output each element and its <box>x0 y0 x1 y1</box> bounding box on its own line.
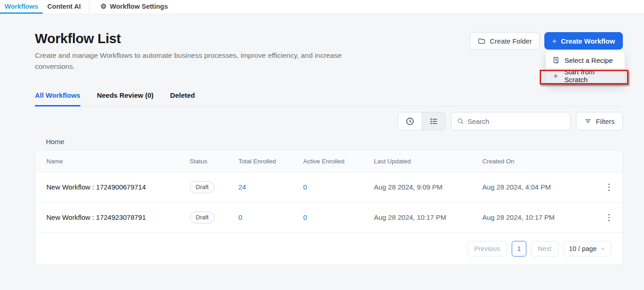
menu-item-start-from-scratch[interactable]: + Start from Scratch <box>546 68 625 84</box>
list-view-button[interactable] <box>422 112 445 130</box>
header-buttons: Create Folder + Create Workflow <box>470 32 623 50</box>
last-updated-value: Aug 28 2024, 10:17 PM <box>374 213 482 221</box>
column-header-name: Name <box>46 158 190 165</box>
filters-button[interactable]: Filters <box>576 112 623 130</box>
create-workflow-button[interactable]: + Create Workflow <box>544 32 623 50</box>
breadcrumb[interactable]: Home <box>46 138 623 145</box>
workflow-tabs: All Workflows Needs Review (0) Deleted <box>35 91 623 106</box>
workflow-table: Name Status Total Enrolled Active Enroll… <box>35 150 623 265</box>
nav-item-label: Content AI <box>47 3 81 10</box>
table-row[interactable]: New Workflow : 1724923078791 Draft 0 0 A… <box>35 202 622 233</box>
nav-item-workflow-settings[interactable]: ⚙ Workflow Settings <box>96 0 173 14</box>
menu-item-label: Start from Scratch <box>565 68 618 84</box>
page-header: Workflow List Create and manage Workflow… <box>35 31 623 72</box>
tab-all-workflows[interactable]: All Workflows <box>35 91 80 106</box>
last-updated-value: Aug 28 2024, 9:09 PM <box>374 183 482 191</box>
plus-icon: + <box>552 37 557 45</box>
pagination: Previous 1 Next 10 / page <box>35 233 622 265</box>
create-folder-label: Create Folder <box>490 37 532 45</box>
table-header: Name Status Total Enrolled Active Enroll… <box>35 151 622 172</box>
page-description: Create and manage Workflows to automate … <box>35 50 377 72</box>
folder-icon <box>478 37 486 45</box>
workflow-name[interactable]: New Workflow : 1724923078791 <box>46 213 190 221</box>
status-badge: Draft <box>190 212 215 223</box>
filters-label: Filters <box>596 117 615 125</box>
page-title: Workflow List <box>35 31 377 46</box>
view-toggle <box>398 112 446 130</box>
clock-icon <box>406 117 414 126</box>
menu-item-select-a-recipe[interactable]: Select a Recipe <box>546 52 625 68</box>
recipe-icon <box>552 56 559 64</box>
nav-item-workflows[interactable]: Workflows <box>0 0 43 14</box>
menu-item-label: Select a Recipe <box>565 56 613 64</box>
page-size-label: 10 / page <box>569 245 597 252</box>
column-header-last-updated: Last Updated <box>374 158 482 165</box>
created-on-value: Aug 28 2024, 10:17 PM <box>482 213 596 221</box>
table-row[interactable]: New Workflow : 1724900679714 Draft 24 0 … <box>35 172 622 202</box>
column-header-total-enrolled: Total Enrolled <box>238 158 303 165</box>
tab-needs-review[interactable]: Needs Review (0) <box>97 91 153 106</box>
search-icon <box>457 117 463 125</box>
page-header-text: Workflow List Create and manage Workflow… <box>35 31 377 72</box>
recent-view-button[interactable] <box>398 112 422 130</box>
list-icon <box>429 117 438 126</box>
column-header-active-enrolled: Active Enrolled <box>303 158 374 165</box>
row-actions-kebab-icon[interactable]: ⋮ <box>596 183 622 191</box>
total-enrolled-link[interactable]: 24 <box>238 183 303 191</box>
create-workflow-label: Create Workflow <box>561 37 615 45</box>
created-on-value: Aug 28 2024, 4:04 PM <box>482 183 596 191</box>
total-enrolled-link[interactable]: 0 <box>238 213 303 221</box>
search-input[interactable] <box>468 117 565 125</box>
nav-divider <box>89 1 90 12</box>
previous-page-button[interactable]: Previous <box>467 241 507 257</box>
page-number-button[interactable]: 1 <box>512 241 526 257</box>
nav-item-content-ai[interactable]: Content AI <box>43 0 85 14</box>
create-workflow-dropdown: Select a Recipe + Start from Scratch <box>546 51 625 84</box>
create-folder-button[interactable]: Create Folder <box>470 32 540 50</box>
nav-item-label: Workflow Settings <box>110 3 168 10</box>
page-size-select[interactable]: 10 / page <box>563 241 611 257</box>
column-header-status: Status <box>190 158 238 165</box>
tab-deleted[interactable]: Deleted <box>170 91 195 106</box>
gear-icon: ⚙ <box>101 3 107 10</box>
next-page-button[interactable]: Next <box>531 241 559 257</box>
column-header-created-on: Created On <box>482 158 596 165</box>
status-badge: Draft <box>190 181 215 193</box>
nav-item-label: Workflows <box>5 3 38 10</box>
plus-icon: + <box>552 72 559 80</box>
row-actions-kebab-icon[interactable]: ⋮ <box>596 213 622 222</box>
active-enrolled-link[interactable]: 0 <box>303 213 374 221</box>
workflow-name[interactable]: New Workflow : 1724900679714 <box>46 183 190 191</box>
filter-icon <box>584 117 592 125</box>
search-container <box>451 112 571 130</box>
list-toolbar: Filters <box>35 112 623 130</box>
chevron-down-icon <box>600 246 605 251</box>
active-enrolled-link[interactable]: 0 <box>303 183 374 191</box>
top-nav: Workflows Content AI ⚙ Workflow Settings <box>0 0 644 14</box>
